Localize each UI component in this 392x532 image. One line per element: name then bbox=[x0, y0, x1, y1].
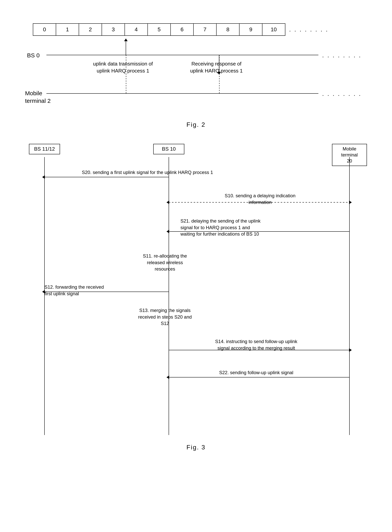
mt-line bbox=[47, 93, 318, 94]
timeline-row: 0 1 2 3 4 5 6 7 8 9 10 . . . . . . . . bbox=[33, 23, 329, 36]
cell-4: 4 bbox=[125, 23, 148, 36]
fig3-caption: Fig. 3 bbox=[187, 444, 205, 451]
cell-7: 7 bbox=[193, 23, 217, 36]
s10-label: S10. sending a delaying indication infor… bbox=[196, 193, 324, 205]
mt-dots: . . . . . . . . bbox=[322, 91, 362, 97]
s13-label: S13. merging the signals received in ste… bbox=[126, 307, 204, 327]
cell-1: 1 bbox=[56, 23, 79, 36]
uplink-arrow-up bbox=[126, 41, 126, 55]
mt-label: Mobile terminal 2 bbox=[25, 89, 51, 105]
vline-bs10 bbox=[169, 157, 169, 435]
entity-bs10: BS 10 bbox=[153, 144, 184, 154]
cell-9: 9 bbox=[239, 23, 262, 36]
s22-arrow bbox=[169, 377, 350, 377]
timeline-dots: . . . . . . . . bbox=[289, 23, 329, 36]
s11-label: S11. re-allocating the released wireless… bbox=[130, 253, 200, 272]
cell-3: 3 bbox=[102, 23, 125, 36]
s21-label: S21. delaying the sending of the uplink … bbox=[181, 218, 340, 237]
fig3-diagram: BS 11/12 BS 10 Mobile terminal 20 S20. s… bbox=[21, 144, 371, 455]
cell-2: 2 bbox=[79, 23, 102, 36]
fig2-diagram: 0 1 2 3 4 5 6 7 8 9 10 . . . . . . . . B… bbox=[21, 19, 371, 132]
cell-0: 0 bbox=[33, 23, 56, 36]
bs0-label: BS 0 bbox=[27, 52, 40, 59]
bs0-line bbox=[47, 55, 318, 55]
s22-label: S22. sending follow-up uplink signal bbox=[169, 369, 344, 376]
s20-arrow bbox=[44, 177, 169, 177]
cell-5: 5 bbox=[147, 23, 171, 36]
s10-strikethrough: information bbox=[249, 200, 272, 205]
entity-bs1112: BS 11/12 bbox=[29, 144, 60, 154]
s12-label: S12. forwarding the received first uplin… bbox=[44, 284, 130, 297]
uplink-label: uplink data transmission of uplink HARQ … bbox=[93, 60, 153, 75]
page: 0 1 2 3 4 5 6 7 8 9 10 . . . . . . . . B… bbox=[0, 0, 392, 532]
cell-6: 6 bbox=[170, 23, 194, 36]
bs0-dots: . . . . . . . . bbox=[322, 52, 362, 59]
fig2-caption: Fig. 2 bbox=[187, 121, 205, 128]
s20-label: S20. sending a first uplink signal for t… bbox=[60, 169, 235, 176]
cell-8: 8 bbox=[216, 23, 239, 36]
receiving-label: Receiving response of uplink HARQ proces… bbox=[190, 60, 243, 75]
vline-mt20 bbox=[349, 157, 350, 435]
s14-label: S14. instructing to send follow-up uplin… bbox=[169, 338, 344, 351]
cell-10: 10 bbox=[262, 23, 285, 36]
